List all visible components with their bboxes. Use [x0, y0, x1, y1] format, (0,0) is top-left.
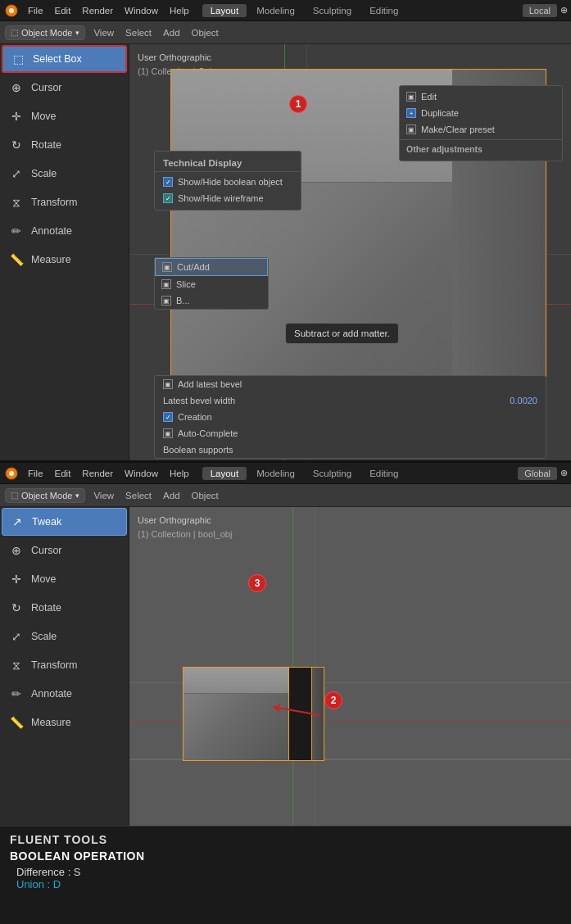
bevel-add-icon: ▣: [163, 379, 173, 389]
tab-editing[interactable]: Editing: [361, 4, 406, 17]
sidebar-label-scale: Scale: [31, 168, 57, 179]
sidebar-label-measure: Measure: [31, 254, 71, 265]
second-bar-top: ⬚ Object Mode ▾ View Select Add Object: [0, 21, 571, 44]
bevel-creation[interactable]: ✓ Creation: [155, 409, 546, 425]
sidebar-item-selectbox[interactable]: ⬚ Select Box: [2, 45, 127, 73]
svg-point-3: [9, 471, 14, 476]
sidebar-item-cursor[interactable]: ⊕ Cursor: [2, 74, 127, 102]
rotate-icon: ↻: [8, 137, 25, 153]
sidebar-item-transform-b[interactable]: ⧖ Transform: [2, 651, 127, 679]
bar-view-bottom[interactable]: View: [90, 491, 117, 500]
menu-help-2[interactable]: Help: [165, 467, 194, 480]
top-menu-bar-2: File Edit Render Window Help Layout Mode…: [0, 463, 571, 484]
move-icon: ✛: [8, 108, 25, 125]
global-area-top: Local ⊕: [523, 4, 568, 17]
sidebar-label-cursor-b: Cursor: [31, 545, 62, 556]
tech-display-panel: Technical Display ✓ Show/Hide boolean ob…: [154, 151, 301, 211]
menu-file-2[interactable]: File: [23, 467, 48, 480]
measure-icon: 📏: [8, 251, 25, 268]
global-label[interactable]: Local: [523, 4, 557, 17]
menu-file[interactable]: File: [23, 4, 48, 17]
sidebar-item-annotate[interactable]: ✏ Annotate: [2, 217, 127, 245]
mode-selector-top[interactable]: ⬚ Object Mode ▾: [5, 25, 85, 40]
context-slice[interactable]: ▣ Slice: [155, 276, 268, 292]
step-badge-2: 2: [324, 691, 342, 709]
sidebar-item-scale-b[interactable]: ⤢ Scale: [2, 623, 127, 650]
sidebar-item-rotate[interactable]: ↻ Rotate: [2, 131, 127, 159]
sidebar-item-move[interactable]: ✛ Move: [2, 102, 127, 130]
sidebar-item-annotate-b[interactable]: ✏ Annotate: [2, 680, 127, 708]
bevel-add-latest[interactable]: ▣ Add latest bevel: [155, 376, 546, 392]
menu-help[interactable]: Help: [165, 4, 194, 17]
viewport-top: User Orthographic (1) Collection | Cube …: [129, 44, 571, 463]
tech-show-wire[interactable]: ✓ Show/Hide wireframe: [155, 190, 301, 206]
bar-view-top[interactable]: View: [90, 28, 117, 38]
bevel-autocomplete[interactable]: ▣ Auto-Complete: [155, 425, 546, 442]
bar-object-bottom[interactable]: Object: [188, 491, 222, 500]
tab-sculpting-b[interactable]: Sculpting: [305, 467, 360, 480]
tech-show-bool[interactable]: ✓ Show/Hide boolean object: [155, 174, 301, 190]
bevel-supports[interactable]: Boolean supports: [155, 442, 546, 458]
arrow-head-2: [273, 703, 281, 712]
second-bar-bottom: ⬚ Object Mode ▾ View Select Add Object: [0, 484, 571, 507]
tab-layout[interactable]: Layout: [202, 4, 247, 17]
sidebar-label-measure-b: Measure: [31, 717, 71, 728]
bar-add-top[interactable]: Add: [160, 28, 183, 38]
bar-select-bottom[interactable]: Select: [122, 491, 155, 500]
bar-add-bottom[interactable]: Add: [160, 491, 183, 500]
sidebar-label-transform: Transform: [31, 197, 78, 208]
sidebar-item-scale[interactable]: ⤢ Scale: [2, 160, 127, 188]
sidebar-label-move-b: Move: [31, 573, 57, 585]
menu-edit[interactable]: Edit: [50, 4, 76, 17]
top-menu-bar: File Edit Render Window Help Layout Mode…: [0, 0, 571, 21]
bevel-width[interactable]: Latest bevel width 0.0020: [155, 392, 546, 409]
top-menu-items-2: File Edit Render Window Help: [23, 467, 194, 480]
menu-render[interactable]: Render: [77, 4, 118, 17]
tab-editing-b[interactable]: Editing: [361, 467, 406, 480]
context-cutadd[interactable]: ▣ Cut/Add: [155, 258, 268, 276]
move-icon-b: ✛: [8, 571, 25, 587]
tooltip-cutadd: Subtract or add matter.: [285, 323, 399, 344]
cube-top-face-b: [184, 668, 288, 694]
sidebar-item-measure-b[interactable]: 📏 Measure: [2, 709, 127, 736]
nav-tabs-bottom: Layout Modeling Sculpting Editing: [202, 467, 407, 480]
bar-select-top[interactable]: Select: [122, 28, 155, 38]
transform-icon: ⊕: [560, 5, 568, 16]
menu-window[interactable]: Window: [120, 4, 163, 17]
viewport-bottom: User Orthographic (1) Collection | bool_…: [129, 507, 571, 826]
sidebar-item-transform[interactable]: ⧖ Transform: [2, 188, 127, 216]
sidebar-label-tweak: Tweak: [32, 516, 61, 528]
nav-tabs-top: Layout Modeling Sculpting Editing: [202, 4, 407, 17]
tab-modeling[interactable]: Modeling: [248, 4, 303, 17]
sidebar-label-cursor: Cursor: [31, 82, 62, 93]
small-cube: [183, 667, 289, 761]
right-edit[interactable]: ▣ Edit: [400, 88, 562, 105]
menu-window-2[interactable]: Window: [120, 467, 163, 480]
bottom-panel: File Edit Render Window Help Layout Mode…: [0, 463, 571, 924]
sidebar-item-rotate-b[interactable]: ↻ Rotate: [2, 594, 127, 622]
sidebar-item-measure[interactable]: 📏 Measure: [2, 246, 127, 274]
tab-layout-b[interactable]: Layout: [202, 467, 247, 480]
tab-modeling-b[interactable]: Modeling: [248, 467, 303, 480]
autocomplete-icon: ▣: [163, 428, 173, 438]
right-duplicate[interactable]: + Duplicate: [400, 105, 562, 121]
bevel-width-value: 0.0020: [510, 396, 537, 405]
right-panel-footer: Other adjustments: [400, 139, 562, 158]
mode-selector-bottom[interactable]: ⬚ Object Mode ▾: [5, 488, 85, 503]
context-b[interactable]: ▣ B...: [155, 292, 268, 309]
menu-render-2[interactable]: Render: [77, 467, 118, 480]
transform-icon-b: ⊕: [560, 468, 568, 478]
sidebar-item-move-b[interactable]: ✛ Move: [2, 565, 127, 593]
show-bool-checkbox[interactable]: ✓: [163, 177, 173, 187]
menu-edit-2[interactable]: Edit: [50, 467, 76, 480]
step-badge-3: 3: [248, 574, 266, 592]
show-wire-checkbox[interactable]: ✓: [163, 193, 173, 203]
tab-sculpting[interactable]: Sculpting: [305, 4, 360, 17]
right-makeclear[interactable]: ▣ Make/Clear preset: [400, 121, 562, 138]
bar-object-top[interactable]: Object: [188, 28, 222, 38]
global-label-bottom[interactable]: Global: [518, 467, 557, 480]
cursor-icon: ⊕: [8, 79, 25, 96]
sidebar-item-cursor-b[interactable]: ⊕ Cursor: [2, 537, 127, 564]
sidebar-item-tweak[interactable]: ↗ Tweak: [2, 508, 127, 536]
sidebar-label-rotate-b: Rotate: [31, 602, 61, 614]
